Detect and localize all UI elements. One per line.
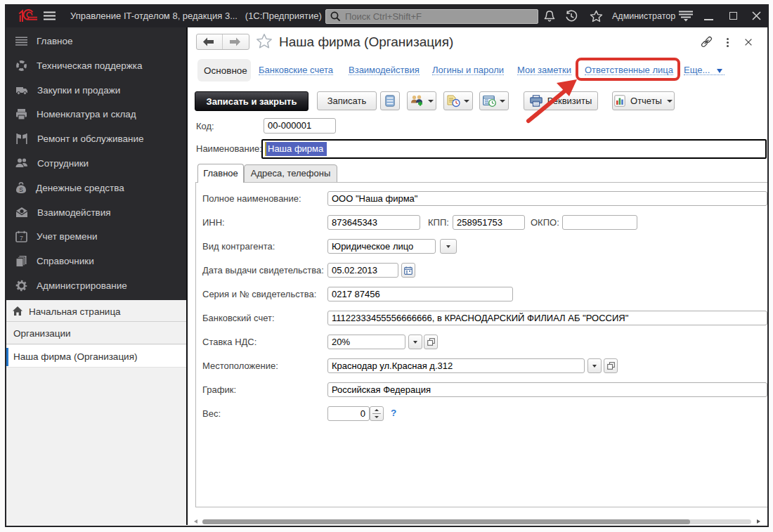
svg-text:7: 7 [20, 235, 23, 242]
svg-text:S: S [19, 186, 23, 193]
